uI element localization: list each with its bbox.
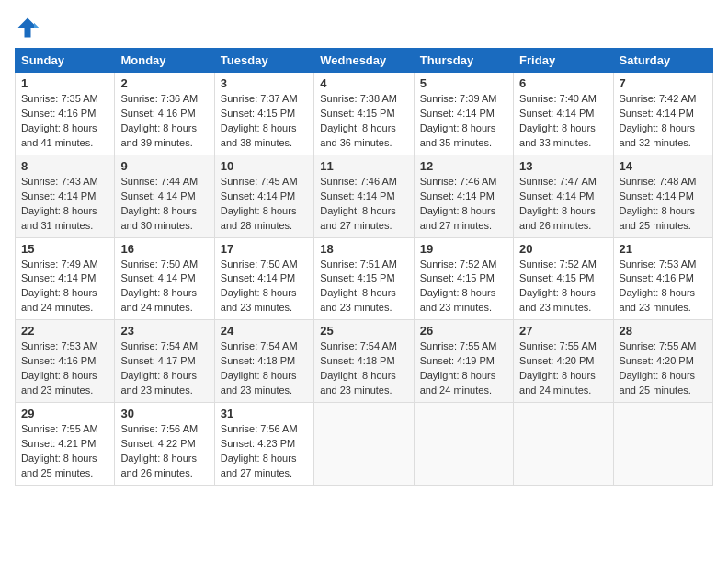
day-number: 18 bbox=[320, 242, 407, 256]
calendar-cell: 24Sunrise: 7:54 AM Sunset: 4:18 PM Dayli… bbox=[214, 320, 313, 403]
calendar-cell: 9Sunrise: 7:44 AM Sunset: 4:14 PM Daylig… bbox=[115, 155, 214, 237]
calendar-cell: 20Sunrise: 7:52 AM Sunset: 4:15 PM Dayli… bbox=[514, 237, 613, 320]
calendar-cell bbox=[613, 403, 712, 486]
day-info: Sunrise: 7:54 AM Sunset: 4:17 PM Dayligh… bbox=[120, 339, 208, 398]
day-info: Sunrise: 7:45 AM Sunset: 4:14 PM Dayligh… bbox=[221, 175, 308, 234]
day-info: Sunrise: 7:56 AM Sunset: 4:23 PM Dayligh… bbox=[221, 422, 308, 481]
calendar-cell: 10Sunrise: 7:45 AM Sunset: 4:14 PM Dayli… bbox=[214, 155, 313, 237]
calendar-cell: 8Sunrise: 7:43 AM Sunset: 4:14 PM Daylig… bbox=[16, 155, 115, 237]
day-info: Sunrise: 7:49 AM Sunset: 4:14 PM Dayligh… bbox=[21, 258, 108, 316]
day-number: 2 bbox=[120, 76, 208, 90]
day-number: 15 bbox=[21, 242, 108, 256]
day-number: 5 bbox=[420, 76, 507, 90]
weekday-header-saturday: Saturday bbox=[613, 49, 712, 73]
calendar-cell: 23Sunrise: 7:54 AM Sunset: 4:17 PM Dayli… bbox=[115, 320, 214, 403]
day-info: Sunrise: 7:52 AM Sunset: 4:15 PM Dayligh… bbox=[519, 258, 607, 316]
weekday-header-wednesday: Wednesday bbox=[314, 49, 414, 73]
day-number: 9 bbox=[120, 159, 208, 173]
day-info: Sunrise: 7:44 AM Sunset: 4:14 PM Dayligh… bbox=[120, 175, 208, 234]
day-number: 21 bbox=[620, 242, 707, 256]
day-number: 13 bbox=[519, 159, 607, 173]
day-info: Sunrise: 7:39 AM Sunset: 4:14 PM Dayligh… bbox=[420, 92, 507, 151]
day-number: 31 bbox=[221, 407, 308, 420]
day-info: Sunrise: 7:46 AM Sunset: 4:14 PM Dayligh… bbox=[420, 175, 507, 234]
day-number: 19 bbox=[420, 242, 507, 256]
calendar-week-row: 1Sunrise: 7:35 AM Sunset: 4:16 PM Daylig… bbox=[16, 73, 713, 155]
day-number: 20 bbox=[519, 242, 607, 256]
weekday-header-row: SundayMondayTuesdayWednesdayThursdayFrid… bbox=[16, 49, 713, 73]
day-number: 11 bbox=[320, 159, 407, 173]
day-info: Sunrise: 7:47 AM Sunset: 4:14 PM Dayligh… bbox=[519, 175, 607, 234]
day-number: 30 bbox=[120, 407, 208, 420]
day-number: 3 bbox=[221, 76, 308, 90]
calendar-cell: 13Sunrise: 7:47 AM Sunset: 4:14 PM Dayli… bbox=[514, 155, 613, 237]
weekday-header-tuesday: Tuesday bbox=[214, 49, 313, 73]
calendar-cell: 5Sunrise: 7:39 AM Sunset: 4:14 PM Daylig… bbox=[414, 73, 513, 155]
day-number: 23 bbox=[120, 324, 208, 338]
calendar-week-row: 29Sunrise: 7:55 AM Sunset: 4:21 PM Dayli… bbox=[16, 403, 713, 486]
weekday-header-monday: Monday bbox=[115, 49, 214, 73]
day-number: 4 bbox=[320, 76, 407, 90]
day-info: Sunrise: 7:50 AM Sunset: 4:14 PM Dayligh… bbox=[221, 258, 308, 316]
calendar-cell: 3Sunrise: 7:37 AM Sunset: 4:15 PM Daylig… bbox=[214, 73, 313, 155]
day-info: Sunrise: 7:54 AM Sunset: 4:18 PM Dayligh… bbox=[221, 339, 308, 398]
day-info: Sunrise: 7:55 AM Sunset: 4:19 PM Dayligh… bbox=[420, 339, 507, 398]
calendar-cell bbox=[314, 403, 414, 486]
day-info: Sunrise: 7:38 AM Sunset: 4:15 PM Dayligh… bbox=[320, 92, 407, 151]
weekday-header-thursday: Thursday bbox=[414, 49, 513, 73]
weekday-header-sunday: Sunday bbox=[16, 49, 115, 73]
day-number: 27 bbox=[519, 324, 607, 338]
calendar-cell: 15Sunrise: 7:49 AM Sunset: 4:14 PM Dayli… bbox=[16, 237, 115, 320]
calendar-cell: 17Sunrise: 7:50 AM Sunset: 4:14 PM Dayli… bbox=[214, 237, 313, 320]
day-info: Sunrise: 7:43 AM Sunset: 4:14 PM Dayligh… bbox=[21, 175, 108, 234]
calendar-cell: 27Sunrise: 7:55 AM Sunset: 4:20 PM Dayli… bbox=[514, 320, 613, 403]
calendar-cell bbox=[414, 403, 513, 486]
calendar-cell: 4Sunrise: 7:38 AM Sunset: 4:15 PM Daylig… bbox=[314, 73, 414, 155]
day-info: Sunrise: 7:53 AM Sunset: 4:16 PM Dayligh… bbox=[620, 258, 707, 316]
calendar-cell: 2Sunrise: 7:36 AM Sunset: 4:16 PM Daylig… bbox=[115, 73, 214, 155]
calendar-cell: 11Sunrise: 7:46 AM Sunset: 4:14 PM Dayli… bbox=[314, 155, 414, 237]
weekday-header-friday: Friday bbox=[514, 49, 613, 73]
day-number: 10 bbox=[221, 159, 308, 173]
calendar-cell: 31Sunrise: 7:56 AM Sunset: 4:23 PM Dayli… bbox=[214, 403, 313, 486]
calendar-week-row: 8Sunrise: 7:43 AM Sunset: 4:14 PM Daylig… bbox=[16, 155, 713, 237]
day-number: 28 bbox=[620, 324, 707, 338]
day-number: 17 bbox=[221, 242, 308, 256]
day-info: Sunrise: 7:55 AM Sunset: 4:20 PM Dayligh… bbox=[620, 339, 707, 398]
day-info: Sunrise: 7:42 AM Sunset: 4:14 PM Dayligh… bbox=[620, 92, 707, 151]
logo bbox=[15, 15, 44, 40]
day-info: Sunrise: 7:53 AM Sunset: 4:16 PM Dayligh… bbox=[21, 339, 108, 398]
calendar: SundayMondayTuesdayWednesdayThursdayFrid… bbox=[15, 48, 713, 486]
calendar-cell: 14Sunrise: 7:48 AM Sunset: 4:14 PM Dayli… bbox=[613, 155, 712, 237]
calendar-cell: 6Sunrise: 7:40 AM Sunset: 4:14 PM Daylig… bbox=[514, 73, 613, 155]
day-info: Sunrise: 7:56 AM Sunset: 4:22 PM Dayligh… bbox=[120, 422, 208, 481]
day-number: 29 bbox=[21, 407, 108, 420]
day-info: Sunrise: 7:48 AM Sunset: 4:14 PM Dayligh… bbox=[620, 175, 707, 234]
calendar-cell bbox=[514, 403, 613, 486]
day-info: Sunrise: 7:37 AM Sunset: 4:15 PM Dayligh… bbox=[221, 92, 308, 151]
calendar-cell: 7Sunrise: 7:42 AM Sunset: 4:14 PM Daylig… bbox=[613, 73, 712, 155]
calendar-week-row: 15Sunrise: 7:49 AM Sunset: 4:14 PM Dayli… bbox=[16, 237, 713, 320]
calendar-cell: 25Sunrise: 7:54 AM Sunset: 4:18 PM Dayli… bbox=[314, 320, 414, 403]
day-info: Sunrise: 7:40 AM Sunset: 4:14 PM Dayligh… bbox=[519, 92, 607, 151]
calendar-cell: 28Sunrise: 7:55 AM Sunset: 4:20 PM Dayli… bbox=[613, 320, 712, 403]
day-info: Sunrise: 7:36 AM Sunset: 4:16 PM Dayligh… bbox=[120, 92, 208, 151]
day-info: Sunrise: 7:51 AM Sunset: 4:15 PM Dayligh… bbox=[320, 258, 407, 316]
day-number: 7 bbox=[620, 76, 707, 90]
day-number: 8 bbox=[21, 159, 108, 173]
page-header bbox=[15, 15, 713, 40]
day-info: Sunrise: 7:55 AM Sunset: 4:21 PM Dayligh… bbox=[21, 422, 108, 481]
calendar-cell: 30Sunrise: 7:56 AM Sunset: 4:22 PM Dayli… bbox=[115, 403, 214, 486]
calendar-cell: 16Sunrise: 7:50 AM Sunset: 4:14 PM Dayli… bbox=[115, 237, 214, 320]
calendar-cell: 26Sunrise: 7:55 AM Sunset: 4:19 PM Dayli… bbox=[414, 320, 513, 403]
day-number: 6 bbox=[519, 76, 607, 90]
calendar-cell: 1Sunrise: 7:35 AM Sunset: 4:16 PM Daylig… bbox=[16, 73, 115, 155]
day-number: 14 bbox=[620, 159, 707, 173]
calendar-cell: 21Sunrise: 7:53 AM Sunset: 4:16 PM Dayli… bbox=[613, 237, 712, 320]
day-info: Sunrise: 7:55 AM Sunset: 4:20 PM Dayligh… bbox=[519, 339, 607, 398]
day-number: 16 bbox=[120, 242, 208, 256]
day-info: Sunrise: 7:54 AM Sunset: 4:18 PM Dayligh… bbox=[320, 339, 407, 398]
day-number: 26 bbox=[420, 324, 507, 338]
day-number: 24 bbox=[221, 324, 308, 338]
day-number: 1 bbox=[21, 76, 108, 90]
